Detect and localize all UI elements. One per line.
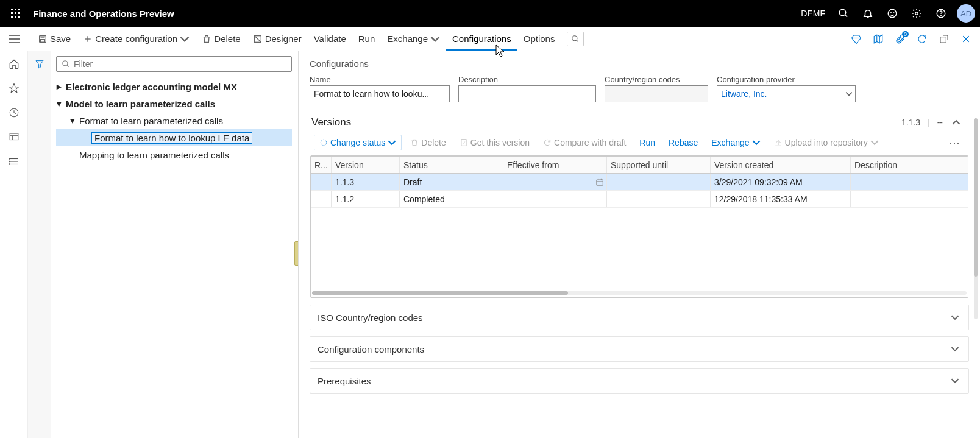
tree-label: Format to learn how to lookup LE data xyxy=(91,132,252,144)
svg-point-50 xyxy=(321,140,326,145)
versions-title: Versions xyxy=(311,116,351,129)
command-bar: Save Create configuration Delete Designe… xyxy=(0,27,980,51)
svg-rect-6 xyxy=(11,16,13,18)
create-configuration-button[interactable]: Create configuration xyxy=(77,27,196,51)
exchange-button[interactable]: Exchange xyxy=(381,27,446,51)
versions-current: 1.1.3 xyxy=(901,118,920,127)
run-button[interactable]: Run xyxy=(352,27,382,51)
map-icon[interactable] xyxy=(868,29,889,49)
delete-label: Delete xyxy=(214,34,240,44)
popout-icon[interactable] xyxy=(934,29,954,49)
svg-line-26 xyxy=(254,35,261,42)
cell-description xyxy=(851,174,924,190)
gear-icon[interactable] xyxy=(904,0,929,27)
change-status-button[interactable]: Change status xyxy=(314,135,402,150)
hamburger-icon[interactable] xyxy=(0,35,28,43)
svg-rect-5 xyxy=(18,12,20,14)
col-description[interactable]: Description xyxy=(851,157,924,173)
section-versions: Versions 1.1.3 | -- Change status Delete xyxy=(310,111,969,298)
avatar[interactable]: AD xyxy=(957,4,975,23)
more-actions-icon[interactable]: ⋯ xyxy=(944,136,965,149)
input-name[interactable]: Format to learn how to looku... xyxy=(310,85,450,102)
delete-button[interactable]: Delete xyxy=(196,27,246,51)
table-row[interactable]: 1.1.3 Draft 3/29/2021 09:32:09 AM xyxy=(311,174,968,191)
help-icon[interactable] xyxy=(929,0,953,27)
section-iso[interactable]: ISO Country/region codes xyxy=(310,305,969,330)
section-prerequisites[interactable]: Prerequisites xyxy=(310,368,969,394)
configurations-tab[interactable]: Configurations xyxy=(446,27,517,51)
svg-rect-3 xyxy=(11,12,13,14)
save-button[interactable]: Save xyxy=(32,27,77,51)
input-country xyxy=(605,85,708,102)
close-icon[interactable] xyxy=(956,29,976,49)
upload-into-repository-button: Upload into repository xyxy=(769,135,884,150)
version-rebase-button[interactable]: Rebase xyxy=(664,135,703,150)
svg-point-48 xyxy=(63,61,68,66)
versions-grid: R... Version Status Effective from Suppo… xyxy=(310,155,968,298)
svg-point-9 xyxy=(839,9,846,16)
tree-filter-box[interactable] xyxy=(56,56,292,72)
page-search-button[interactable] xyxy=(567,32,584,46)
col-r[interactable]: R... xyxy=(311,157,332,173)
bell-icon[interactable] xyxy=(856,0,880,27)
cell-supported-until xyxy=(607,191,711,207)
col-status[interactable]: Status xyxy=(400,157,503,173)
validate-label: Validate xyxy=(314,34,346,44)
tree-node-model-parameterized[interactable]: ▾ Model to learn parameterized calls xyxy=(56,95,292,112)
content-scrollbar[interactable] xyxy=(970,58,980,431)
svg-rect-4 xyxy=(15,12,16,14)
refresh-icon[interactable] xyxy=(912,29,932,49)
designer-button[interactable]: Designer xyxy=(247,27,308,51)
col-supported-until[interactable]: Supported until xyxy=(607,157,711,173)
waffle-icon[interactable] xyxy=(7,5,24,22)
table-row[interactable]: 1.1.2 Completed 12/29/2018 11:35:33 AM xyxy=(311,191,968,208)
tree-filter-input[interactable] xyxy=(74,59,286,69)
svg-rect-52 xyxy=(597,179,603,185)
star-icon[interactable] xyxy=(2,78,26,99)
svg-line-49 xyxy=(67,65,69,67)
field-country: Country/region codes xyxy=(605,75,708,102)
version-exchange-button[interactable]: Exchange xyxy=(706,135,765,150)
version-run-button[interactable]: Run xyxy=(634,135,660,150)
cell-created: 3/29/2021 09:32:09 AM xyxy=(711,174,851,190)
col-version[interactable]: Version xyxy=(332,157,400,173)
components-title: Configuration components xyxy=(318,344,424,355)
svg-line-10 xyxy=(845,15,847,17)
svg-rect-2 xyxy=(18,9,20,10)
col-effective-from[interactable]: Effective from xyxy=(503,157,607,173)
col-version-created[interactable]: Version created xyxy=(711,157,851,173)
tree-label: Model to learn parameterized calls xyxy=(66,99,215,109)
tree-node-format-lookup-le[interactable]: Format to learn how to lookup LE data xyxy=(56,129,292,146)
funnel-icon[interactable] xyxy=(30,55,49,73)
tree-panel: ▸ Electronic ledger accounting model MX … xyxy=(51,51,299,438)
smile-icon[interactable] xyxy=(880,0,904,27)
clock-icon[interactable] xyxy=(2,102,26,123)
tree-node-ledger-mx[interactable]: ▸ Electronic ledger accounting model MX xyxy=(56,78,292,95)
options-button[interactable]: Options xyxy=(517,27,561,51)
field-name: Name Format to learn how to looku... xyxy=(310,75,450,102)
tree-label: Electronic ledger accounting model MX xyxy=(66,82,237,92)
versions-header[interactable]: Versions 1.1.3 | -- xyxy=(310,111,968,132)
diamond-icon[interactable] xyxy=(846,29,867,49)
cell-effective-from[interactable] xyxy=(503,174,607,190)
svg-point-12 xyxy=(890,12,891,13)
svg-marker-47 xyxy=(36,61,43,68)
calendar-icon[interactable] xyxy=(595,178,604,186)
section-components[interactable]: Configuration components xyxy=(310,336,969,362)
home-icon[interactable] xyxy=(2,54,26,74)
input-description[interactable] xyxy=(458,85,596,102)
grid-hscroll[interactable] xyxy=(311,289,968,297)
compare-with-draft-button: Compare with draft xyxy=(538,135,631,150)
modules-icon[interactable] xyxy=(2,151,26,172)
cell-r xyxy=(311,191,332,207)
splitter-handle[interactable] xyxy=(294,241,299,266)
tree-node-mapping-parameterized[interactable]: Mapping to learn parameterized calls xyxy=(56,146,292,163)
workspace-icon[interactable] xyxy=(2,127,26,147)
cell-description xyxy=(851,191,924,207)
validate-button[interactable]: Validate xyxy=(308,27,352,51)
chevron-up-icon[interactable] xyxy=(950,116,962,129)
select-provider[interactable]: Litware, Inc. xyxy=(717,85,856,102)
tree-node-format-parameterized[interactable]: ▾ Format to learn parameterized calls xyxy=(56,112,292,129)
attachments-icon[interactable]: 0 xyxy=(890,29,911,49)
search-icon[interactable] xyxy=(831,0,856,27)
